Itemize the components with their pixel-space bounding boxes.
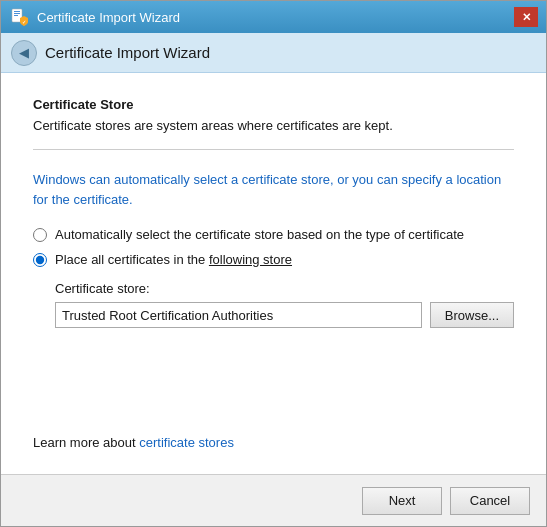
- nav-bar: ◀ Certificate Import Wizard: [1, 33, 546, 73]
- cert-store-row: Browse...: [55, 302, 514, 328]
- radio-place-in-store-input[interactable]: [33, 253, 47, 267]
- cancel-button[interactable]: Cancel: [450, 487, 530, 515]
- browse-button[interactable]: Browse...: [430, 302, 514, 328]
- svg-rect-3: [14, 15, 18, 16]
- learn-more: Learn more about certificate stores: [33, 435, 514, 450]
- info-text: Windows can automatically select a certi…: [33, 170, 514, 209]
- cert-store-section: Certificate store: Browse...: [55, 281, 514, 328]
- back-button[interactable]: ◀: [11, 40, 37, 66]
- learn-more-link[interactable]: certificate stores: [139, 435, 234, 450]
- radio-auto-select[interactable]: Automatically select the certificate sto…: [33, 227, 514, 242]
- wizard-nav-title: Certificate Import Wizard: [45, 44, 210, 61]
- radio-place-in-store-label: Place all certificates in the following …: [55, 252, 292, 267]
- svg-rect-1: [14, 11, 20, 12]
- wizard-icon: ✓: [9, 7, 29, 27]
- cert-store-input[interactable]: [55, 302, 422, 328]
- wizard-content: Certificate Store Certificate stores are…: [1, 73, 546, 474]
- title-bar-left: ✓ Certificate Import Wizard: [9, 7, 180, 27]
- back-icon: ◀: [19, 45, 29, 60]
- radio-place-in-store[interactable]: Place all certificates in the following …: [33, 252, 514, 267]
- svg-text:✓: ✓: [22, 19, 26, 25]
- footer: Next Cancel: [1, 474, 546, 526]
- certificate-import-wizard-window: ✓ Certificate Import Wizard ✕ ◀ Certific…: [0, 0, 547, 527]
- radio-group: Automatically select the certificate sto…: [33, 227, 514, 328]
- learn-more-prefix: Learn more about: [33, 435, 139, 450]
- title-bar-title: Certificate Import Wizard: [37, 10, 180, 25]
- section-desc: Certificate stores are system areas wher…: [33, 118, 514, 133]
- title-bar-controls: ✕: [514, 7, 538, 27]
- radio-place-label-underline: following store: [209, 252, 292, 267]
- next-button[interactable]: Next: [362, 487, 442, 515]
- section-divider: [33, 149, 514, 150]
- radio-place-label-part1: Place all certificates in the: [55, 252, 209, 267]
- close-button[interactable]: ✕: [514, 7, 538, 27]
- svg-rect-2: [14, 13, 20, 14]
- radio-auto-select-label: Automatically select the certificate sto…: [55, 227, 464, 242]
- section-title: Certificate Store: [33, 97, 514, 112]
- title-bar: ✓ Certificate Import Wizard ✕: [1, 1, 546, 33]
- radio-auto-select-input[interactable]: [33, 228, 47, 242]
- info-text-content: Windows can automatically select a certi…: [33, 172, 501, 207]
- cert-store-label: Certificate store:: [55, 281, 514, 296]
